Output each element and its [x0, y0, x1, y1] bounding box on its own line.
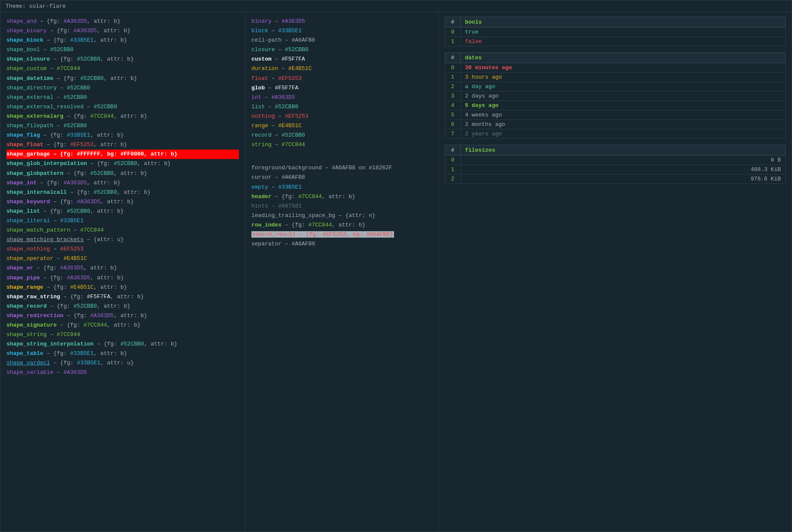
- line-shape_and: shape_and – {fg: #A363D5, attr: b}: [6, 17, 239, 26]
- table-row: 1 3 hours ago: [445, 73, 786, 82]
- line-shape_range: shape_range – {fg: #E4B51C, attr: b}: [6, 283, 239, 292]
- line-range: range – #E4B51C: [251, 121, 432, 131]
- bools-row0-val: true: [461, 28, 786, 37]
- dates-row4-num: 4: [445, 101, 461, 110]
- dates-row2-val: a day ago: [461, 82, 786, 92]
- dates-row7-val: 2 years ago: [461, 129, 786, 139]
- tables-column: # bools 0 true 1 false: [439, 12, 792, 532]
- dates-row0-val: 30 minutes ago: [461, 63, 786, 73]
- line-shape_operator: shape_operator – #E4B51C: [6, 254, 239, 263]
- dates-row3-val: 2 days ago: [461, 92, 786, 101]
- line-shape_record: shape_record – {fg: #52CBB0, attr: b}: [6, 302, 239, 311]
- line-empty: empty – #33B5E1: [251, 183, 432, 192]
- line-nothing: nothing – #EF5253: [251, 112, 432, 121]
- table-row: 1 488.3 KiB: [445, 165, 786, 174]
- dates-row6-val: 2 months ago: [461, 120, 786, 129]
- table-row: 7 2 years ago: [445, 129, 786, 139]
- filesizes-col-hash: #: [445, 145, 461, 156]
- line-shape_custom: shape_custom – #7CC844: [6, 64, 239, 73]
- line-shape_binary: shape_binary – {fg: #A363D5, attr: b}: [6, 26, 239, 36]
- table-row: 2 a day ago: [445, 82, 786, 92]
- bools-row1-num: 1: [445, 37, 461, 46]
- line-shape_external_resolved: shape_external_resolved – #52CBB0: [6, 102, 239, 112]
- bools-table-container: # bools 0 true 1 false: [445, 17, 786, 46]
- line-shape_nothing: shape_nothing – #EF5253: [6, 245, 239, 254]
- table-row: 0 30 minutes ago: [445, 63, 786, 73]
- filesizes-row0-num: 0: [445, 156, 461, 165]
- line-shape_matching_brackets: shape_matching_brackets – {attr: u}: [6, 235, 239, 245]
- main-window: Theme: solar-flare shape_and – {fg: #A36…: [0, 0, 792, 532]
- line-shape_float: shape_float – {fg: #EF5253, attr: b}: [6, 140, 239, 150]
- line-search-result: search_result – {fg: #EF5253, bg: #A6AFB…: [251, 230, 432, 239]
- line-shape_globpattern: shape_globpattern – {fg: #52CBB0, attr: …: [6, 169, 239, 178]
- bools-row0-num: 0: [445, 28, 461, 37]
- table-row: 2 976.6 KiB: [445, 174, 786, 184]
- line-shape_glob_interpolation: shape_glob_interpolation – {fg: #52CBB0,…: [6, 159, 239, 168]
- filesizes-row2-val: 976.6 KiB: [461, 174, 786, 184]
- line-string: string – #7CC844: [251, 140, 432, 150]
- line-shape_garbage: shape_garbage – {fg: #FFFFFF, bg: #FF000…: [6, 150, 239, 159]
- line-shape_bool: shape_bool – #52CBB0: [6, 45, 239, 55]
- line-shape_pipe: shape_pipe – {fg: #A363D5, attr: b}: [6, 273, 239, 283]
- window-title: Theme: solar-flare: [6, 3, 66, 9]
- dates-row5-val: 4 weeks ago: [461, 110, 786, 120]
- dates-table-container: # dates 0 30 minutes ago 1 3 hours ago: [445, 52, 786, 139]
- line-shape_directory: shape_directory – #52CBB0: [6, 83, 239, 93]
- line-shape_match_pattern: shape_match_pattern – #7CC844: [6, 226, 239, 235]
- line-shape_externalarg: shape_externalarg – {fg: #7CC844, attr: …: [6, 112, 239, 121]
- line-shape_list: shape_list – {fg: #52CBB0, attr: b}: [6, 207, 239, 216]
- line-fg-bg: foreground/background – #A6AFB8 on #1826…: [251, 163, 432, 173]
- dates-row5-num: 5: [445, 110, 461, 120]
- bools-col-hash: #: [445, 17, 461, 28]
- line-shape_raw_string: shape_raw_string – {fg: #F5F7FA, attr: b…: [6, 292, 239, 302]
- line-shape_or: shape_or – {fg: #A363D5, attr: b}: [6, 263, 239, 273]
- line-cursor: cursor – #A6AFB8: [251, 173, 432, 182]
- line-float: float – #EF5253: [251, 74, 432, 83]
- line-shape_vardecl: shape_vardecl – {fg: #33B5E1, attr: u}: [6, 358, 239, 368]
- line-record: record – #52CBB0: [251, 131, 432, 140]
- filesizes-row1-num: 1: [445, 165, 461, 174]
- line-list: list – #52CBB0: [251, 102, 432, 112]
- types-column: binary – #A363D5 block – #33B5E1 cell-pa…: [245, 12, 439, 532]
- bools-col-header: bools: [461, 17, 786, 28]
- line-shape_int: shape_int – {fg: #A363D5, attr: b}: [6, 178, 239, 188]
- table-row: 0 true: [445, 28, 786, 37]
- dates-row4-val: 5 days ago: [461, 101, 786, 110]
- dates-row3-num: 3: [445, 92, 461, 101]
- line-leading-trailing: leading_trailing_space_bg – {attr: n}: [251, 211, 432, 220]
- line-int: int – #A363D5: [251, 93, 432, 102]
- line-shape_keyword: shape_keyword – {fg: #A363D5, attr: b}: [6, 197, 239, 207]
- line-header: header – {fg: #7CC844, attr: b}: [251, 192, 432, 202]
- filesizes-table-container: # filesizes 0 0 B 1 488.3 KiB: [445, 145, 786, 184]
- table-row: 5 4 weeks ago: [445, 110, 786, 120]
- title-bar: Theme: solar-flare: [0, 0, 792, 12]
- line-cell-path: cell-path – #A6AFB8: [251, 36, 432, 45]
- line-shape_string_interpolation: shape_string_interpolation – {fg: #52CBB…: [6, 339, 239, 349]
- line-shape_string: shape_string – #7CC844: [6, 330, 239, 339]
- table-row: 0 0 B: [445, 156, 786, 165]
- table-row: 3 2 days ago: [445, 92, 786, 101]
- line-custom: custom – #F5F7FA: [251, 55, 432, 64]
- dates-col-header: dates: [461, 53, 786, 63]
- dates-row1-num: 1: [445, 73, 461, 82]
- bools-table: # bools 0 true 1 false: [445, 17, 786, 46]
- line-binary: binary – #A363D5: [251, 17, 432, 26]
- line-shape_literal: shape_literal – #33B5E1: [6, 216, 239, 226]
- line-shape_closure: shape_closure – {fg: #52CBB0, attr: b}: [6, 55, 239, 64]
- dates-table: # dates 0 30 minutes ago 1 3 hours ago: [445, 52, 786, 139]
- filesizes-col-header: filesizes: [461, 145, 786, 156]
- line-shape_external: shape_external – #52CBB0: [6, 93, 239, 102]
- line-shape_datetime: shape_datetime – {fg: #52CBB0, attr: b}: [6, 74, 239, 83]
- dates-row1-val: 3 hours ago: [461, 73, 786, 82]
- line-row-index: row_index – {fg: #7CC844, attr: b}: [251, 220, 432, 230]
- dates-row6-num: 6: [445, 120, 461, 129]
- bools-row1-val: false: [461, 37, 786, 46]
- line-shape_flag: shape_flag – {fg: #33B5E1, attr: b}: [6, 131, 239, 140]
- dates-row7-num: 7: [445, 129, 461, 139]
- line-shape_filepath: shape_filepath – #52CBB0: [6, 121, 239, 131]
- line-shape_signature: shape_signature – {fg: #7CC844, attr: b}: [6, 321, 239, 330]
- line-shape_variable: shape_variable – #A363D5: [6, 368, 239, 377]
- table-row: 6 2 months ago: [445, 120, 786, 129]
- table-row: 4 5 days ago: [445, 101, 786, 110]
- dates-row2-num: 2: [445, 82, 461, 92]
